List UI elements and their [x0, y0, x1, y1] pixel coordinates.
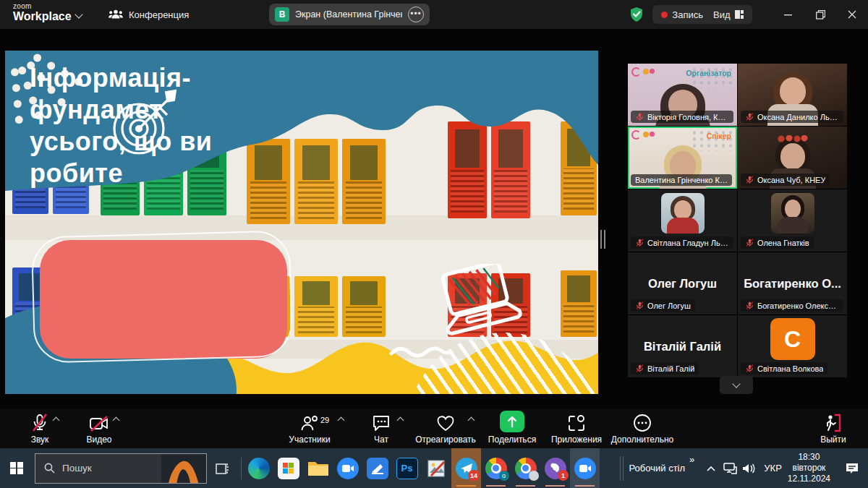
participant-nameplate: Олена Гнатків — [741, 236, 814, 249]
leave-button[interactable]: Выйти — [790, 412, 868, 445]
zoom-active-window-icon[interactable] — [570, 448, 600, 488]
participant-avatar-photo — [771, 193, 814, 234]
graphics-app-icon[interactable] — [422, 448, 451, 488]
slide-title-text: Інформація- фундамет усього, що ви робит… — [30, 62, 276, 189]
shared-screen-slide: Інформація- фундамет усього, що ви робит… — [5, 51, 598, 394]
participant-name: Вікторія Головня, КПІ ... — [647, 113, 729, 121]
taskbar-separator — [241, 458, 242, 479]
zoom-app-icon[interactable] — [333, 448, 362, 488]
edge-icon[interactable] — [244, 448, 273, 488]
taskbar-search[interactable]: Пошук — [35, 453, 207, 484]
share-label: Поделиться — [488, 435, 536, 445]
zoom-workplace-logo: zoom Workplace — [13, 3, 72, 22]
participant-tile-active-speaker[interactable]: Спікер Валентина Грінченко Кер... — [628, 127, 737, 189]
speaker-badge: Спікер — [707, 132, 731, 140]
participant-tile[interactable]: C Світлана Волкова — [738, 315, 847, 377]
microsoft-store-icon[interactable] — [273, 448, 303, 488]
participant-nameplate: Вікторія Головня, КПІ ... — [631, 111, 733, 123]
recording-view-group: Запись Вид — [652, 5, 752, 24]
scanner-app-icon[interactable] — [362, 448, 392, 488]
tab-conference-label: Конференция — [129, 9, 189, 20]
mic-muted-icon — [745, 364, 754, 373]
security-shield-icon[interactable] — [629, 7, 644, 22]
participant-name: Світлана Волкова — [757, 364, 823, 373]
participant-tile[interactable]: Олена Гнатків — [738, 189, 847, 252]
desktop-toolbar-label[interactable]: Робочий стіл — [629, 463, 686, 474]
leave-meeting-icon — [825, 414, 842, 432]
apps-icon — [567, 414, 586, 432]
participant-tile[interactable]: Олег Логуш Олег Логуш — [628, 252, 737, 314]
chat-icon — [372, 414, 391, 432]
chrome-profile2-icon[interactable] — [511, 448, 540, 488]
participant-tile[interactable]: Віталій Галій Віталій Галій — [628, 315, 737, 377]
participant-nameplate: Богатиренко Олексан... — [741, 299, 843, 312]
tab-conference[interactable]: Конференция — [109, 6, 189, 23]
participant-tile[interactable]: Світлана Гладун Львів... — [628, 189, 737, 252]
more-button[interactable]: Дополнительно — [599, 412, 686, 445]
slide-speech-bubble — [40, 240, 287, 359]
participant-nameplate: Віталій Галій — [631, 362, 699, 374]
participant-tile[interactable]: Богатиренко О... Богатиренко Олексан... — [738, 252, 847, 314]
viber-icon[interactable]: 1 — [540, 448, 570, 488]
tab-screen-share[interactable]: B Экран (Валентина Грінченко К ••• — [269, 4, 430, 25]
participant-name: Оксана Чуб, КНЕУ — [757, 176, 825, 184]
participant-nameplate: Валентина Грінченко Кер... — [631, 174, 732, 186]
hidden-icons-chevron[interactable] — [702, 448, 720, 488]
participant-display-name: Віталій Галій — [628, 340, 737, 354]
mic-muted-icon — [745, 301, 754, 310]
chrome-profile1-icon[interactable]: o — [481, 448, 511, 488]
telegram-icon[interactable]: 14 — [451, 448, 481, 488]
participant-nameplate: Оксана Данилко Льві... — [741, 111, 843, 123]
volume-icon[interactable] — [739, 448, 758, 488]
participant-name: Богатиренко Олексан... — [757, 301, 839, 310]
mic-muted-icon — [635, 364, 644, 373]
toolbar-grip[interactable] — [620, 456, 624, 481]
participant-name: Олена Гнатків — [757, 239, 809, 247]
file-explorer-icon[interactable] — [303, 448, 333, 488]
meeting-content-area: Інформація- фундамет усього, що ви робит… — [0, 29, 868, 408]
mic-muted-icon — [745, 112, 754, 121]
minimize-button[interactable] — [773, 0, 804, 29]
organizer-badge: Організатор — [686, 69, 731, 77]
search-placeholder: Пошук — [62, 463, 92, 474]
participants-label: Участники — [289, 435, 330, 445]
clock-time: 18:30 — [788, 452, 830, 463]
mic-muted-icon — [31, 414, 48, 432]
network-icon[interactable] — [720, 448, 739, 488]
participants-count: 29 — [320, 416, 329, 424]
toolbar-overflow-chevron[interactable]: » — [689, 454, 694, 465]
recording-indicator[interactable]: Запись — [661, 9, 703, 20]
more-label: Дополнительно — [611, 435, 673, 445]
restore-button[interactable] — [804, 0, 836, 29]
participant-initial-avatar: C — [770, 318, 815, 360]
participant-tile[interactable]: Організатор Вікторія Головня, КПІ ... — [628, 64, 737, 126]
ellipsis-icon[interactable]: ••• — [408, 7, 424, 22]
participants-icon — [300, 415, 319, 432]
taskbar-clock[interactable]: 18:30 вівторок 12.11.2024 — [788, 452, 830, 484]
task-view-button[interactable] — [207, 448, 239, 488]
start-button[interactable] — [0, 448, 33, 488]
chevron-down-icon[interactable] — [75, 10, 82, 18]
zoom-logo-text: zoom — [13, 3, 72, 10]
squiggle-decoration — [388, 343, 454, 362]
participant-nameplate: Світлана Волкова — [741, 362, 827, 374]
notification-center-icon[interactable] — [838, 448, 867, 488]
video-button[interactable]: Видео — [56, 412, 142, 445]
windows-taskbar: Пошук Ps 14 — [0, 448, 868, 488]
photoshop-icon[interactable]: Ps — [392, 448, 422, 488]
leave-label: Выйти — [820, 435, 846, 445]
close-button[interactable] — [836, 0, 868, 29]
chat-label: Чат — [374, 435, 388, 445]
participant-nameplate: Оксана Чуб, КНЕУ — [741, 174, 830, 186]
view-button[interactable]: Вид — [713, 9, 744, 20]
panel-resize-handle[interactable] — [600, 230, 608, 249]
scroll-participants-button[interactable] — [720, 376, 753, 394]
participant-nameplate: Олег Логуш — [631, 299, 695, 312]
participant-tile[interactable]: Оксана Чуб, КНЕУ — [738, 127, 847, 189]
people-icon — [109, 9, 123, 20]
participant-tile[interactable]: Оксана Данилко Льві... — [738, 64, 847, 126]
react-label: Отреагировать — [415, 435, 476, 445]
language-indicator[interactable]: УКР — [764, 463, 782, 474]
participant-display-name: Богатиренко О... — [738, 277, 847, 291]
search-highlight-image — [161, 454, 206, 483]
